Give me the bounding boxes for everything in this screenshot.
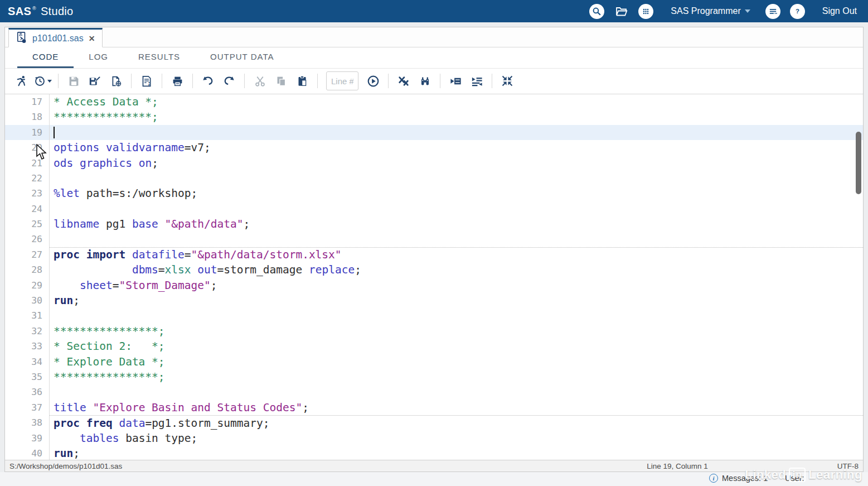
line-number[interactable]: 29: [5, 277, 50, 292]
code-line[interactable]: 28 dbms=xlsx out=storm_damage replace;: [5, 262, 863, 277]
line-number[interactable]: 36: [5, 384, 50, 400]
line-number[interactable]: 22: [5, 171, 50, 186]
code-line[interactable]: 27proc import datafile="&path/data/storm…: [5, 247, 863, 262]
line-number[interactable]: 38: [5, 415, 50, 430]
line-number[interactable]: 28: [5, 262, 50, 277]
menu-icon[interactable]: [765, 4, 780, 19]
code-line[interactable]: 21ods graphics on;: [5, 155, 863, 170]
line-number-input[interactable]: [326, 71, 358, 90]
code-line[interactable]: 31: [5, 308, 863, 323]
copy-icon[interactable]: [272, 71, 290, 90]
code-line[interactable]: 22: [5, 171, 863, 186]
tab-log[interactable]: LOG: [74, 47, 123, 68]
close-icon[interactable]: ✕: [89, 34, 95, 43]
code-line[interactable]: 36: [5, 384, 863, 400]
code-line[interactable]: 35****************;: [5, 369, 863, 384]
find-replace-icon[interactable]: [416, 71, 434, 90]
code-line[interactable]: 30run;: [5, 293, 863, 308]
messages-label: Messages: 1: [722, 474, 768, 483]
line-number[interactable]: 18: [5, 109, 50, 124]
code-line[interactable]: 40run;: [5, 446, 863, 460]
sas-program-icon: [16, 31, 27, 46]
messages-indicator[interactable]: i Messages: 1: [709, 474, 768, 483]
code-line[interactable]: 33* Section 2: *;: [5, 339, 863, 354]
tab-code[interactable]: CODE: [17, 47, 74, 68]
print-icon[interactable]: [168, 71, 186, 90]
code-line[interactable]: 39 tables basin type;: [5, 430, 863, 445]
line-number[interactable]: 40: [5, 446, 50, 460]
goto-line-icon[interactable]: [364, 71, 382, 90]
code-editor[interactable]: 17* Access Data *;18***************;1920…: [5, 94, 863, 460]
paste-icon[interactable]: [293, 71, 311, 90]
code-text: [50, 125, 863, 140]
run-icon[interactable]: [13, 71, 31, 90]
file-tab[interactable]: p101d01.sas ✕: [8, 28, 103, 47]
line-number[interactable]: 31: [5, 308, 50, 323]
line-number[interactable]: 32: [5, 324, 50, 339]
line-number[interactable]: 17: [5, 94, 50, 109]
user-menu-label: SAS Programmer: [671, 6, 740, 16]
line-number[interactable]: 24: [5, 201, 50, 216]
clear-code-icon[interactable]: [395, 71, 413, 90]
submission-history-icon[interactable]: [34, 71, 52, 90]
code-line[interactable]: 19: [5, 125, 863, 140]
line-number[interactable]: 37: [5, 400, 50, 415]
code-text: * Section 2: *;: [50, 339, 863, 354]
tab-output-data[interactable]: OUTPUT DATA: [195, 47, 289, 68]
cut-icon[interactable]: [251, 71, 269, 90]
apps-grid-icon[interactable]: [638, 4, 653, 19]
code-text: options validvarname=v7;: [50, 140, 863, 155]
code-line[interactable]: 37title "Explore Basin and Status Codes"…: [5, 400, 863, 415]
toolbar-divider: [131, 74, 132, 88]
line-number[interactable]: 30: [5, 293, 50, 308]
code-line[interactable]: 25libname pg1 base "&path/data";: [5, 216, 863, 232]
indent-icon[interactable]: [447, 71, 464, 90]
brand-sas: SAS: [8, 5, 31, 18]
code-line[interactable]: 17* Access Data *;: [5, 94, 863, 109]
brand-studio: Studio: [41, 5, 74, 18]
line-number[interactable]: 33: [5, 339, 50, 354]
line-number[interactable]: 19: [5, 125, 50, 140]
code-text: * Explore Data *;: [50, 354, 863, 369]
code-line[interactable]: 18***************;: [5, 109, 863, 124]
line-number[interactable]: 26: [5, 232, 50, 247]
search-icon[interactable]: [589, 4, 604, 19]
tab-results[interactable]: RESULTS: [123, 47, 195, 68]
open-folder-icon[interactable]: [614, 4, 629, 19]
line-number[interactable]: 20: [5, 140, 50, 155]
code-line[interactable]: 23%let path=s:/workshop;: [5, 186, 863, 201]
line-number[interactable]: 27: [5, 247, 50, 262]
sign-out-button[interactable]: Sign Out: [822, 6, 857, 16]
save-as-icon[interactable]: [86, 71, 104, 90]
undo-icon[interactable]: [199, 71, 217, 90]
line-number[interactable]: 25: [5, 216, 50, 232]
export-icon[interactable]: [107, 71, 125, 90]
line-number[interactable]: 34: [5, 354, 50, 369]
code-line[interactable]: 24: [5, 201, 863, 216]
collapse-icon[interactable]: [498, 71, 516, 90]
code-text: ods graphics on;: [50, 155, 863, 170]
code-line[interactable]: 29 sheet="Storm_Damage";: [5, 277, 863, 292]
code-text: libname pg1 base "&path/data";: [50, 216, 863, 232]
code-line[interactable]: 34* Explore Data *;: [5, 354, 863, 369]
format-code-icon[interactable]: ;: [138, 71, 156, 90]
outdent-icon[interactable]: [468, 71, 486, 90]
save-icon[interactable]: [65, 71, 83, 90]
line-number[interactable]: 23: [5, 186, 50, 201]
toolbar-divider: [388, 74, 389, 88]
vertical-scrollbar[interactable]: [856, 132, 861, 194]
line-number[interactable]: 21: [5, 155, 50, 170]
code-line[interactable]: 38proc freq data=pg1.storm_summary;: [5, 415, 863, 430]
line-number[interactable]: 39: [5, 430, 50, 445]
text-caret: [54, 127, 55, 138]
code-line[interactable]: 20options validvarname=v7;: [5, 140, 863, 155]
code-text: proc import datafile="&path/data/storm.x…: [50, 247, 863, 262]
code-line[interactable]: 32****************;: [5, 324, 863, 339]
user-menu[interactable]: SAS Programmer: [671, 6, 750, 16]
toolbar-divider: [492, 74, 492, 88]
code-text: [50, 232, 863, 247]
code-line[interactable]: 26: [5, 232, 863, 247]
line-number[interactable]: 35: [5, 369, 50, 384]
redo-icon[interactable]: [220, 71, 238, 90]
help-icon[interactable]: ?: [790, 4, 805, 19]
